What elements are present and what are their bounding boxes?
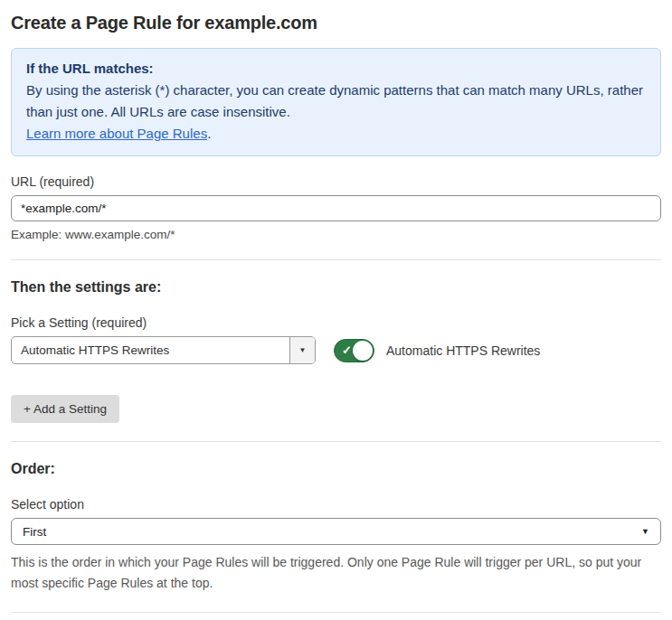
add-setting-button[interactable]: + Add a Setting (11, 395, 119, 423)
order-select-value: First (23, 525, 46, 539)
settings-section-heading: Then the settings are: (11, 279, 661, 296)
setting-select[interactable]: Automatic HTTPS Rewrites ▼ (11, 336, 316, 364)
order-select[interactable]: First ▼ (11, 518, 661, 545)
link-suffix: . (207, 126, 211, 141)
learn-more-link[interactable]: Learn more about Page Rules (26, 126, 207, 141)
url-matches-info-box: If the URL matches: By using the asteris… (11, 48, 661, 156)
setting-toggle-group: ✓ Automatic HTTPS Rewrites (334, 339, 540, 362)
chevron-down-icon: ▼ (641, 527, 649, 536)
divider (11, 441, 661, 442)
url-field-label: URL (required) (11, 174, 661, 189)
toggle-knob (353, 341, 373, 361)
divider (11, 259, 661, 260)
check-icon: ✓ (342, 344, 352, 356)
url-example-text: Example: www.example.com/* (11, 228, 661, 241)
chevron-down-icon: ▼ (289, 337, 315, 363)
setting-toggle[interactable]: ✓ (334, 339, 374, 362)
url-input[interactable] (11, 195, 661, 221)
setting-select-value: Automatic HTTPS Rewrites (12, 337, 289, 363)
info-box-heading: If the URL matches: (26, 58, 646, 80)
create-page-rule-panel: Create a Page Rule for example.com If th… (0, 0, 672, 620)
divider (11, 612, 661, 613)
order-select-label: Select option (11, 497, 661, 512)
pick-setting-label: Pick a Setting (required) (11, 315, 661, 330)
order-section-heading: Order: (11, 461, 661, 477)
page-title: Create a Page Rule for example.com (11, 13, 661, 33)
info-box-body: By using the asterisk (*) character, you… (26, 80, 646, 123)
order-help-text: This is the order in which your Page Rul… (11, 552, 661, 594)
setting-row: Automatic HTTPS Rewrites ▼ ✓ Automatic H… (11, 336, 661, 364)
info-box-link-line: Learn more about Page Rules. (26, 123, 646, 145)
setting-toggle-label: Automatic HTTPS Rewrites (386, 343, 540, 358)
